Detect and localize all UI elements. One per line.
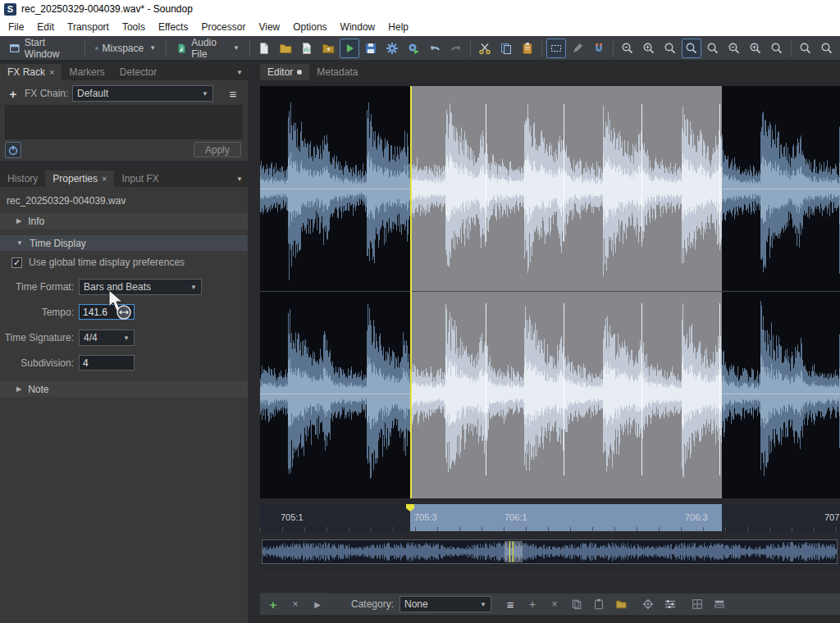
- processor-list-button[interactable]: ≡: [500, 594, 520, 614]
- open-file-button[interactable]: [276, 39, 295, 58]
- run-processor-button[interactable]: ▶: [308, 594, 327, 614]
- menu-transport[interactable]: Transport: [61, 19, 116, 35]
- fx-panel-tabbar: FX Rack × Markers Detector ▼: [0, 64, 248, 80]
- selection-tool-icon: [550, 42, 563, 55]
- copy-step-button[interactable]: [567, 594, 587, 614]
- zoom-in-vertical-icon[interactable]: [746, 39, 765, 58]
- zoom-fit-icon[interactable]: [767, 39, 787, 58]
- apply-button[interactable]: Apply: [194, 142, 241, 157]
- magnifier-icon: [820, 42, 833, 55]
- zoom-out-vertical-icon[interactable]: [724, 39, 744, 58]
- timeline-label: 707: [824, 512, 839, 522]
- menu-file[interactable]: File: [2, 19, 30, 35]
- zoom-to-selection-icon[interactable]: [682, 39, 701, 58]
- category-dropdown[interactable]: None ▼: [399, 596, 491, 612]
- paste-button[interactable]: [518, 39, 537, 58]
- snap-button[interactable]: [589, 39, 609, 58]
- menu-help[interactable]: Help: [381, 19, 415, 35]
- redo-button[interactable]: [446, 39, 466, 58]
- cut-button[interactable]: [475, 39, 495, 58]
- delete-step-button[interactable]: ×: [545, 594, 564, 614]
- fx-bypass-button[interactable]: [5, 142, 21, 158]
- zoom-previous-icon[interactable]: [796, 39, 815, 58]
- process-settings-button[interactable]: [404, 39, 423, 58]
- sliders-icon: [664, 598, 676, 610]
- toolbar-separator: [166, 40, 167, 57]
- overview-strip[interactable]: [262, 539, 838, 564]
- close-icon[interactable]: ×: [102, 174, 107, 184]
- subdivision-input[interactable]: 4: [79, 355, 135, 371]
- play-file-button[interactable]: [340, 39, 359, 58]
- tab-editor[interactable]: Editor: [260, 64, 309, 80]
- waveform-canvas[interactable]: [260, 86, 840, 498]
- add-processor-button[interactable]: +: [263, 594, 283, 614]
- time-format-dropdown[interactable]: Bars and Beats ▼: [79, 279, 202, 295]
- processor-settings-button[interactable]: [638, 594, 658, 614]
- new-file-button[interactable]: [254, 39, 274, 58]
- remove-processor-button[interactable]: ×: [285, 594, 305, 614]
- power-icon: [7, 144, 19, 156]
- tab-markers[interactable]: Markers: [62, 64, 112, 80]
- tab-fx-rack[interactable]: FX Rack ×: [0, 64, 62, 80]
- tempo-input[interactable]: 141.6: [79, 304, 135, 320]
- import-folder-button[interactable]: [318, 39, 338, 58]
- zoom-selection-icon[interactable]: [660, 39, 680, 58]
- save-button[interactable]: [361, 39, 381, 58]
- edit-tool-button[interactable]: [546, 39, 566, 58]
- grid-view-button[interactable]: [687, 594, 707, 614]
- close-icon[interactable]: ×: [49, 67, 54, 77]
- title-bar[interactable]: S rec_20250329-004039.wav* - Soundop: [0, 0, 840, 18]
- add-step-button[interactable]: +: [523, 594, 542, 614]
- settings-button[interactable]: [382, 39, 402, 58]
- time-signature-dropdown[interactable]: 4/4 ▼: [79, 330, 135, 346]
- new-audio-file-button[interactable]: [297, 39, 317, 58]
- paste-step-button[interactable]: [589, 594, 609, 614]
- menu-window[interactable]: Window: [334, 19, 382, 35]
- time-format-label: Time Format:: [2, 281, 74, 293]
- menu-tools[interactable]: Tools: [116, 19, 152, 35]
- panel-menu-button[interactable]: ▼: [236, 175, 243, 183]
- redo-icon: [450, 42, 463, 55]
- menu-options[interactable]: Options: [286, 19, 333, 35]
- close-icon: ×: [292, 598, 298, 610]
- fx-menu-button[interactable]: ≡: [225, 85, 241, 102]
- undo-button[interactable]: [425, 39, 445, 58]
- pencil-tool-button[interactable]: [568, 39, 587, 58]
- mixspace-dropdown[interactable]: Mixspace▼: [89, 39, 162, 58]
- preset-folder-button[interactable]: [611, 594, 631, 614]
- magnifier-icon: [770, 42, 783, 55]
- copy-button[interactable]: [496, 39, 516, 58]
- tab-detector[interactable]: Detector: [112, 64, 164, 80]
- zoom-out-horizontal-icon[interactable]: [618, 39, 637, 58]
- fx-chain-dropdown[interactable]: Default ▼: [72, 85, 213, 102]
- tab-properties[interactable]: Properties ×: [45, 171, 114, 187]
- magnifier-icon: [728, 42, 741, 55]
- subdivision-row: Subdivision: 4: [2, 355, 135, 371]
- tab-history[interactable]: History: [0, 171, 45, 187]
- add-fx-button[interactable]: +: [5, 85, 21, 102]
- collapsed-arrow-icon: ▶: [16, 217, 21, 225]
- start-window-button[interactable]: Start Window: [3, 39, 80, 58]
- zoom-in-horizontal-icon[interactable]: [639, 39, 659, 58]
- pencil-icon: [571, 42, 584, 55]
- section-note[interactable]: ▶ Note: [0, 381, 248, 397]
- menu-processor[interactable]: Processor: [194, 19, 252, 35]
- mixer-sliders-button[interactable]: [660, 594, 680, 614]
- panel-menu-button[interactable]: ▼: [236, 69, 243, 76]
- section-info[interactable]: ▶ Info: [0, 213, 248, 229]
- global-time-preferences-checkbox[interactable]: ✓: [11, 257, 22, 268]
- zoom-next-icon[interactable]: [817, 39, 837, 58]
- overview-canvas[interactable]: [262, 540, 837, 563]
- menu-edit[interactable]: Edit: [30, 19, 61, 35]
- section-time-display[interactable]: ▼ Time Display: [0, 235, 248, 251]
- audio-file-dropdown[interactable]: Audio File▼: [171, 39, 245, 58]
- zoom-all-icon[interactable]: [703, 39, 723, 58]
- layers-view-button[interactable]: [710, 594, 729, 614]
- menu-effects[interactable]: Effects: [152, 19, 194, 35]
- fx-chain-list[interactable]: [5, 105, 243, 139]
- timeline-ruler[interactable]: 705:1705:3706:1706:3707: [260, 504, 840, 531]
- tab-input-fx[interactable]: Input FX: [114, 171, 166, 187]
- toolbar-separator: [541, 40, 542, 57]
- menu-view[interactable]: View: [252, 19, 286, 35]
- tab-metadata[interactable]: Metadata: [309, 64, 365, 80]
